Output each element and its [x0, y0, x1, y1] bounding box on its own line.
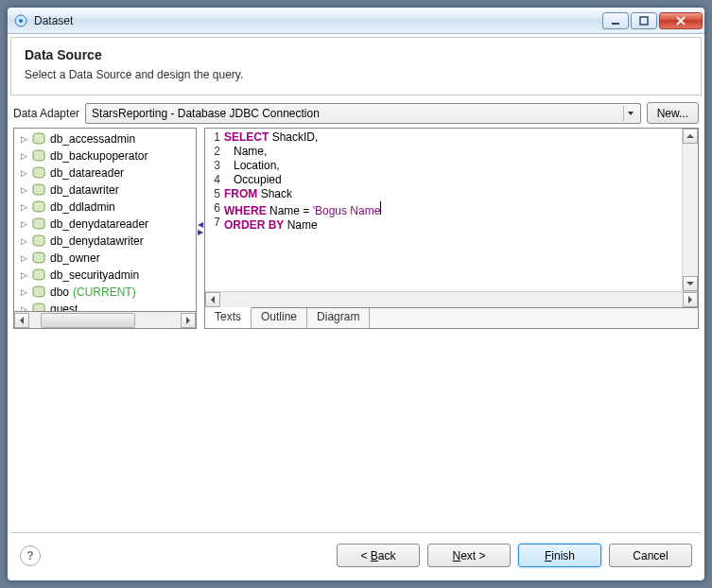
scroll-right-icon[interactable]	[181, 313, 196, 328]
new-adapter-button[interactable]: New...	[647, 102, 699, 124]
expand-icon[interactable]: ▷	[18, 185, 29, 195]
wizard-header: Data Source Select a Data Source and des…	[10, 37, 702, 95]
expand-icon[interactable]: ▷	[18, 202, 29, 212]
data-adapter-row: Data Adapter StarsReporting - Database J…	[8, 98, 704, 128]
editor-tabs: Texts Outline Diagram	[204, 308, 699, 329]
scroll-thumb[interactable]	[41, 313, 135, 328]
schema-icon	[31, 200, 46, 214]
tree-item[interactable]: ▷db_datareader	[14, 164, 196, 182]
cancel-button[interactable]: Cancel	[609, 544, 692, 567]
tree-item[interactable]: ▷guest	[14, 301, 196, 312]
sash-handle[interactable]: ◀ ▶	[197, 128, 204, 329]
help-icon[interactable]: ?	[20, 545, 41, 566]
current-badge: (CURRENT)	[73, 285, 136, 299]
expand-icon[interactable]: ▷	[18, 287, 29, 297]
expand-icon[interactable]: ▷	[18, 270, 29, 280]
tab-texts[interactable]: Texts	[205, 307, 252, 328]
svg-rect-3	[640, 17, 648, 25]
tree-item[interactable]: ▷db_backupoperator	[14, 147, 196, 164]
close-button[interactable]	[659, 12, 703, 29]
wizard-footer: ? < Back Next > Finish Cancel	[10, 532, 702, 578]
tree-item[interactable]: ▷db_securityadmin	[14, 267, 196, 284]
back-button[interactable]: < Back	[337, 544, 420, 567]
dialog-window: Dataset Data Source Select a Data Source…	[7, 7, 705, 581]
editor-vscrollbar[interactable]	[682, 129, 698, 291]
text-caret	[380, 201, 381, 215]
expand-icon[interactable]: ▷	[18, 151, 29, 161]
data-adapter-label: Data Adapter	[13, 107, 79, 120]
tree-scrollbar[interactable]	[13, 312, 197, 329]
expand-icon[interactable]: ▷	[18, 236, 29, 246]
tree-item[interactable]: ▷db_ddladmin	[14, 199, 196, 216]
minimize-button[interactable]	[602, 12, 629, 29]
expand-icon[interactable]: ▷	[18, 134, 29, 144]
expand-icon[interactable]: ▷	[18, 253, 29, 263]
schema-icon	[31, 268, 46, 282]
editor-hscrollbar[interactable]	[205, 291, 698, 307]
tree-item[interactable]: ▷db_datawriter	[14, 182, 196, 199]
titlebar[interactable]: Dataset	[8, 8, 704, 34]
scroll-down-icon[interactable]	[683, 276, 698, 291]
expand-icon[interactable]: ▷	[18, 219, 29, 229]
data-adapter-value: StarsReporting - Database JDBC Connectio…	[92, 107, 320, 120]
svg-point-1	[19, 19, 23, 23]
chevron-down-icon	[623, 106, 638, 121]
tab-diagram[interactable]: Diagram	[307, 308, 370, 328]
maximize-button[interactable]	[631, 12, 657, 29]
line-gutter: 1 2 3 4 5 6 7	[205, 129, 222, 291]
schema-icon	[31, 149, 46, 163]
schema-icon	[31, 285, 46, 299]
app-icon	[13, 13, 28, 28]
tab-outline[interactable]: Outline	[252, 308, 307, 328]
page-subtitle: Select a Data Source and design the quer…	[25, 68, 687, 81]
schema-icon	[31, 303, 46, 312]
svg-rect-2	[612, 23, 619, 25]
scroll-up-icon[interactable]	[683, 129, 698, 144]
sash-right-icon: ▶	[198, 230, 203, 235]
schema-tree[interactable]: ▷db_accessadmin ▷db_backupoperator ▷db_d…	[13, 128, 197, 312]
schema-icon	[31, 251, 46, 265]
window-title: Dataset	[34, 14, 600, 27]
sash-left-icon: ◀	[198, 222, 203, 228]
schema-icon	[31, 166, 46, 180]
schema-icon	[31, 217, 46, 231]
schema-icon	[31, 183, 46, 197]
data-adapter-combo[interactable]: StarsReporting - Database JDBC Connectio…	[85, 103, 641, 124]
page-title: Data Source	[25, 47, 687, 62]
tree-item[interactable]: ▷db_denydatawriter	[14, 233, 196, 250]
schema-icon	[31, 132, 46, 146]
expand-icon[interactable]: ▷	[18, 168, 29, 178]
tree-item[interactable]: ▷db_owner	[14, 250, 196, 267]
tree-item-dbo[interactable]: ▷dbo(CURRENT)	[14, 284, 196, 301]
scroll-left-icon[interactable]	[205, 292, 220, 307]
scroll-right-icon[interactable]	[683, 292, 698, 307]
schema-icon	[31, 234, 46, 248]
tree-item[interactable]: ▷db_denydatareader	[14, 216, 196, 233]
sql-editor[interactable]: SELECT ShackID, Name, Location, Occupied…	[222, 129, 682, 291]
expand-icon[interactable]: ▷	[18, 304, 29, 312]
scroll-left-icon[interactable]	[14, 313, 29, 328]
finish-button[interactable]: Finish	[518, 544, 601, 567]
next-button[interactable]: Next >	[427, 544, 511, 567]
tree-item[interactable]: ▷db_accessadmin	[14, 130, 196, 147]
